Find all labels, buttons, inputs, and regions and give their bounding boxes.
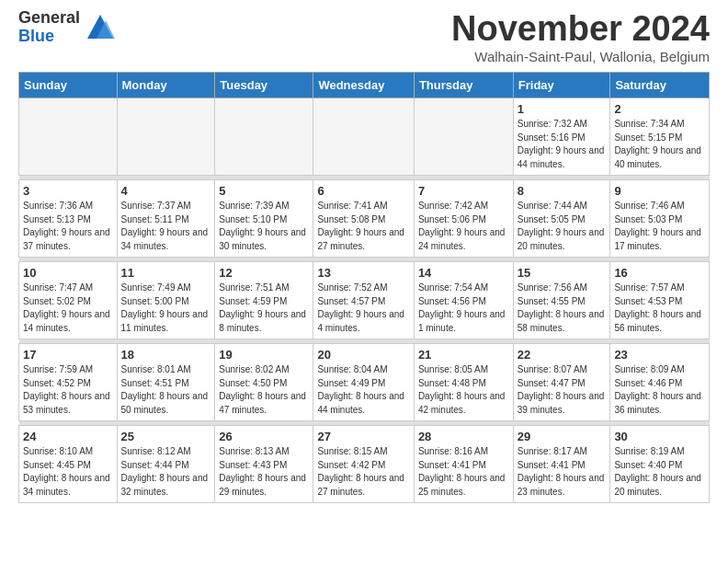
day-cell: 12Sunrise: 7:51 AM Sunset: 4:59 PM Dayli… — [215, 262, 313, 339]
day-number: 11 — [121, 266, 211, 280]
day-info: Sunrise: 7:36 AM Sunset: 5:13 PM Dayligh… — [23, 200, 113, 253]
day-info: Sunrise: 7:52 AM Sunset: 4:57 PM Dayligh… — [317, 282, 409, 335]
day-cell — [313, 98, 414, 176]
day-number: 25 — [121, 430, 211, 443]
day-info: Sunrise: 8:01 AM Sunset: 4:51 PM Dayligh… — [121, 363, 211, 417]
day-cell: 4Sunrise: 7:37 AM Sunset: 5:11 PM Daylig… — [117, 180, 215, 258]
day-header-friday: Friday — [513, 73, 610, 98]
calendar-week-1: 1Sunrise: 7:32 AM Sunset: 5:16 PM Daylig… — [19, 98, 710, 176]
day-cell — [19, 98, 118, 176]
day-info: Sunrise: 7:39 AM Sunset: 5:10 PM Dayligh… — [219, 200, 309, 253]
logo-icon — [85, 13, 115, 42]
calendar-week-3: 10Sunrise: 7:47 AM Sunset: 5:02 PM Dayli… — [19, 262, 710, 339]
day-number: 23 — [614, 348, 705, 362]
day-info: Sunrise: 8:16 AM Sunset: 4:41 PM Dayligh… — [418, 445, 509, 499]
day-cell: 23Sunrise: 8:09 AM Sunset: 4:46 PM Dayli… — [610, 344, 710, 421]
day-info: Sunrise: 7:59 AM Sunset: 4:52 PM Dayligh… — [23, 363, 113, 417]
day-cell: 2Sunrise: 7:34 AM Sunset: 5:15 PM Daylig… — [610, 98, 710, 176]
day-info: Sunrise: 8:12 AM Sunset: 4:44 PM Dayligh… — [121, 445, 211, 499]
day-number: 4 — [121, 184, 211, 198]
day-info: Sunrise: 8:15 AM Sunset: 4:42 PM Dayligh… — [317, 445, 409, 499]
day-cell: 13Sunrise: 7:52 AM Sunset: 4:57 PM Dayli… — [313, 262, 414, 339]
day-cell — [414, 98, 513, 176]
calendar-week-5: 24Sunrise: 8:10 AM Sunset: 4:45 PM Dayli… — [19, 426, 710, 503]
day-cell: 25Sunrise: 8:12 AM Sunset: 4:44 PM Dayli… — [117, 426, 215, 503]
day-cell: 21Sunrise: 8:05 AM Sunset: 4:48 PM Dayli… — [414, 344, 513, 421]
day-info: Sunrise: 7:44 AM Sunset: 5:05 PM Dayligh… — [518, 200, 607, 253]
day-info: Sunrise: 7:46 AM Sunset: 5:03 PM Dayligh… — [614, 200, 705, 253]
day-info: Sunrise: 7:56 AM Sunset: 4:55 PM Dayligh… — [518, 282, 607, 335]
day-header-wednesday: Wednesday — [313, 73, 414, 98]
day-cell: 6Sunrise: 7:41 AM Sunset: 5:08 PM Daylig… — [313, 180, 414, 258]
day-info: Sunrise: 7:37 AM Sunset: 5:11 PM Dayligh… — [121, 200, 211, 253]
day-number: 5 — [219, 184, 309, 198]
day-number: 2 — [614, 102, 705, 116]
day-cell: 14Sunrise: 7:54 AM Sunset: 4:56 PM Dayli… — [414, 262, 513, 339]
day-number: 6 — [317, 184, 409, 198]
logo: General Blue — [18, 9, 115, 46]
day-header-thursday: Thursday — [414, 73, 513, 98]
calendar-week-4: 17Sunrise: 7:59 AM Sunset: 4:52 PM Dayli… — [19, 344, 710, 421]
day-number: 13 — [317, 266, 409, 280]
day-info: Sunrise: 7:47 AM Sunset: 5:02 PM Dayligh… — [23, 282, 113, 335]
day-info: Sunrise: 7:49 AM Sunset: 5:00 PM Dayligh… — [121, 282, 211, 335]
location: Walhain-Saint-Paul, Wallonia, Belgium — [451, 49, 710, 64]
day-number: 21 — [418, 348, 509, 362]
day-number: 28 — [418, 430, 509, 443]
day-cell: 29Sunrise: 8:17 AM Sunset: 4:41 PM Dayli… — [513, 426, 610, 503]
day-number: 27 — [317, 430, 409, 443]
day-header-sunday: Sunday — [19, 73, 118, 98]
day-cell: 19Sunrise: 8:02 AM Sunset: 4:50 PM Dayli… — [215, 344, 313, 421]
logo-blue: Blue — [18, 28, 80, 46]
day-cell: 1Sunrise: 7:32 AM Sunset: 5:16 PM Daylig… — [513, 98, 610, 176]
day-number: 7 — [418, 184, 509, 198]
day-cell — [215, 98, 313, 176]
day-number: 26 — [219, 430, 309, 443]
day-cell: 3Sunrise: 7:36 AM Sunset: 5:13 PM Daylig… — [19, 180, 118, 258]
day-number: 14 — [418, 266, 509, 280]
day-info: Sunrise: 8:07 AM Sunset: 4:47 PM Dayligh… — [518, 363, 607, 417]
day-cell: 18Sunrise: 8:01 AM Sunset: 4:51 PM Dayli… — [117, 344, 215, 421]
day-info: Sunrise: 8:19 AM Sunset: 4:40 PM Dayligh… — [614, 445, 705, 499]
day-info: Sunrise: 8:13 AM Sunset: 4:43 PM Dayligh… — [219, 445, 309, 499]
day-number: 16 — [614, 266, 705, 280]
day-header-tuesday: Tuesday — [215, 73, 313, 98]
day-info: Sunrise: 7:57 AM Sunset: 4:53 PM Dayligh… — [614, 282, 705, 335]
day-number: 1 — [518, 102, 607, 116]
day-number: 22 — [518, 348, 607, 362]
day-number: 10 — [23, 266, 113, 280]
calendar-week-2: 3Sunrise: 7:36 AM Sunset: 5:13 PM Daylig… — [19, 180, 710, 258]
day-info: Sunrise: 7:32 AM Sunset: 5:16 PM Dayligh… — [518, 118, 607, 171]
day-number: 19 — [219, 348, 309, 362]
day-cell: 17Sunrise: 7:59 AM Sunset: 4:52 PM Dayli… — [19, 344, 118, 421]
day-cell: 22Sunrise: 8:07 AM Sunset: 4:47 PM Dayli… — [513, 344, 610, 421]
day-info: Sunrise: 8:10 AM Sunset: 4:45 PM Dayligh… — [23, 445, 113, 499]
day-info: Sunrise: 7:54 AM Sunset: 4:56 PM Dayligh… — [418, 282, 509, 335]
day-cell — [117, 98, 215, 176]
month-title: November 2024 — [451, 9, 710, 49]
day-number: 29 — [518, 430, 607, 443]
day-cell: 15Sunrise: 7:56 AM Sunset: 4:55 PM Dayli… — [513, 262, 610, 339]
day-number: 30 — [614, 430, 705, 443]
day-info: Sunrise: 8:05 AM Sunset: 4:48 PM Dayligh… — [418, 363, 509, 417]
day-number: 8 — [518, 184, 607, 198]
day-header-monday: Monday — [117, 73, 215, 98]
day-cell: 24Sunrise: 8:10 AM Sunset: 4:45 PM Dayli… — [19, 426, 118, 503]
day-cell: 5Sunrise: 7:39 AM Sunset: 5:10 PM Daylig… — [215, 180, 313, 258]
day-number: 9 — [614, 184, 705, 198]
day-cell: 10Sunrise: 7:47 AM Sunset: 5:02 PM Dayli… — [19, 262, 118, 339]
day-number: 24 — [23, 430, 113, 443]
day-cell: 7Sunrise: 7:42 AM Sunset: 5:06 PM Daylig… — [414, 180, 513, 258]
day-number: 15 — [518, 266, 607, 280]
day-cell: 16Sunrise: 7:57 AM Sunset: 4:53 PM Dayli… — [610, 262, 710, 339]
day-info: Sunrise: 8:17 AM Sunset: 4:41 PM Dayligh… — [518, 445, 607, 499]
day-cell: 26Sunrise: 8:13 AM Sunset: 4:43 PM Dayli… — [215, 426, 313, 503]
day-info: Sunrise: 8:09 AM Sunset: 4:46 PM Dayligh… — [614, 363, 705, 417]
day-info: Sunrise: 7:42 AM Sunset: 5:06 PM Dayligh… — [418, 200, 509, 253]
calendar-table: SundayMondayTuesdayWednesdayThursdayFrid… — [18, 72, 710, 503]
day-cell: 9Sunrise: 7:46 AM Sunset: 5:03 PM Daylig… — [610, 180, 710, 258]
day-number: 17 — [23, 348, 113, 362]
title-section: November 2024 Walhain-Saint-Paul, Wallon… — [451, 9, 710, 64]
day-number: 12 — [219, 266, 309, 280]
day-cell: 28Sunrise: 8:16 AM Sunset: 4:41 PM Dayli… — [414, 426, 513, 503]
